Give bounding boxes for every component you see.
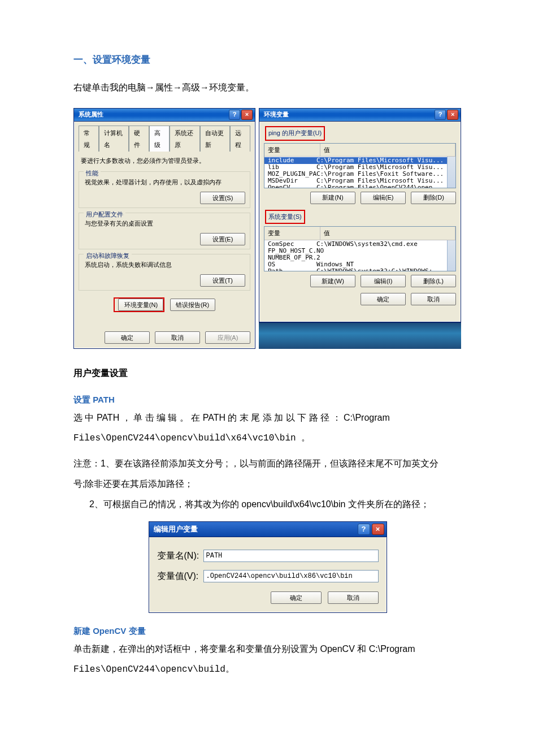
close-icon[interactable]: × [447,110,458,120]
tab-system-restore[interactable]: 系统还原 [170,126,200,152]
heading-env: 一、设置环境变量 [73,51,461,69]
note-line1b: 号;除非还要在其后添加路径； [73,476,461,493]
error-report-button[interactable]: 错误报告(R) [170,299,215,311]
col-name[interactable]: 变量 [264,144,320,157]
editvar-ok-button[interactable]: 确定 [271,591,322,604]
sys-vars-label: 系统变量(S) [265,210,305,224]
desktop-wallpaper [259,322,461,349]
col-value[interactable]: 值 [320,144,455,157]
scrollbar[interactable] [447,240,455,271]
tab-hardware[interactable]: 硬件 [129,126,149,152]
input-var-value[interactable] [203,570,379,582]
perf-settings-button[interactable]: 设置(S) [200,192,245,204]
tabstrip: 常规 计算机名 硬件 高级 系统还原 自动更新 远程 [79,125,250,152]
tab-remote[interactable]: 远程 [230,126,250,152]
sys-delete-button[interactable]: 删除(L) [411,275,456,287]
user-edit-button[interactable]: 编辑(E) [361,192,406,204]
legend-performance: 性能 [84,167,101,179]
heading-user-vars: 用户变量设置 [73,365,461,382]
set-path-line1: 选 中 PATH ， 单 击 编 辑 。 在 PATH 的 末 尾 添 加 以 … [73,409,461,426]
editvar-cancel-button[interactable]: 取消 [328,591,379,604]
group-user-profile: 用户配置文件 与您登录有关的桌面设置 设置(E) [79,213,250,249]
label-var-name: 变量名(N): [157,547,203,564]
table-row: includeC:\Program Files\Microsoft Visu..… [264,157,447,164]
intro-text: 右键单击我的电脑→属性→高级→环境变量。 [73,79,461,96]
input-var-name[interactable] [203,550,379,562]
user-vars-list[interactable]: 变量 值 includeC:\Program Files\Microsoft V… [264,143,456,188]
scrollbar[interactable] [447,157,455,188]
label-var-value: 变量值(V): [157,568,203,585]
table-row: NUMBER_OF_PR...2 [264,254,447,261]
document-page: 一、设置环境变量 右键单击我的电脑→属性→高级→环境变量。 系统属性 ? × 常… [0,0,534,715]
new-opencv-line1: 单击新建，在弹出的对话框中，将变量名和变量值分别设置为 OpenCV 和 C:\… [73,641,461,658]
legend-user-profile: 用户配置文件 [84,209,125,221]
window-env-variables: 环境变量 ? × ping 的用户变量(U) 变量 值 [259,108,461,322]
col-name[interactable]: 变量 [264,227,320,240]
help-icon[interactable]: ? [435,110,446,120]
legend-startup: 启动和故障恢复 [84,250,132,262]
table-row: OSWindows_NT [264,261,447,268]
table-row: libC:\Program Files\Microsoft Visu... [264,164,447,171]
group-performance: 性能 视觉效果，处理器计划，内存使用，以及虚拟内存 设置(S) [79,171,250,208]
sysprop-ok-button[interactable]: 确定 [105,331,150,344]
tab-general[interactable]: 常规 [79,126,99,152]
new-opencv-line2: Files\OpenCV244\opencv\build。 [73,661,461,678]
startup-settings-button[interactable]: 设置(T) [200,274,245,287]
env-cancel-button[interactable]: 取消 [411,293,456,305]
heading-set-path: 设置 PATH [73,392,461,408]
title-sysprop: 系统属性 [79,109,103,120]
edit-variable-dialog: 编辑用户变量 ? × 变量名(N): 变量值(V): 确定 取消 [149,521,386,613]
close-icon[interactable]: × [241,110,253,120]
group-startup-recovery: 启动和故障恢复 系统启动，系统失败和调试信息 设置(T) [79,254,250,291]
close-icon[interactable]: × [372,524,384,535]
note-line2: 2、可根据自己的情况，将其改为你的 opencv\build\x64\vc10\… [89,496,461,513]
help-icon[interactable]: ? [229,110,240,120]
tab-advanced[interactable]: 高级 [149,126,170,152]
table-row: OpenCVC:\Program Files\OpenCV244\open... [264,184,447,188]
sysprop-cancel-button[interactable]: 取消 [155,331,200,344]
table-row: FP_NO_HOST_C...NO [264,248,447,254]
window-system-properties: 系统属性 ? × 常规 计算机名 硬件 高级 系统还原 自动更新 远程 要进行大… [73,108,255,349]
heading-new-opencv: 新建 OpenCV 变量 [73,623,461,640]
env-window-wrap: 环境变量 ? × ping 的用户变量(U) 变量 值 [259,108,461,349]
user-new-button[interactable]: 新建(N) [310,192,355,204]
title-editvar: 编辑用户变量 [154,522,198,537]
profile-settings-button[interactable]: 设置(E) [200,233,245,245]
sys-new-button[interactable]: 新建(W) [310,275,355,287]
user-vars-label: ping 的用户变量(U) [265,126,325,141]
tab-auto-update[interactable]: 自动更新 [200,126,231,152]
table-row: ComSpecC:\WINDOWS\system32\cmd.exe [264,241,447,248]
table-row: MOZ_PLUGIN_PATHC:\Program Files\Foxit So… [264,171,447,178]
table-row: PathC:\WINDOWS\system32;C:\WINDOWS;... [264,268,447,271]
screenshot-composite: 系统属性 ? × 常规 计算机名 硬件 高级 系统还原 自动更新 远程 要进行大… [73,108,461,349]
col-value[interactable]: 值 [320,227,455,240]
table-row: MSDevDirC:\Program Files\Microsoft Visu.… [264,178,447,184]
env-ok-button[interactable]: 确定 [361,293,406,305]
set-path-line2: Files\OpenCV244\opencv\build\x64\vc10\bi… [73,430,461,447]
help-icon[interactable]: ? [358,524,370,535]
perf-text: 视觉效果，处理器计划，内存使用，以及虚拟内存 [85,176,245,188]
titlebar-sysprop[interactable]: 系统属性 ? × [74,109,255,122]
sys-edit-button[interactable]: 编辑(I) [361,275,406,287]
titlebar-editvar[interactable]: 编辑用户变量 ? × [149,522,387,537]
sys-vars-list[interactable]: 变量 值 ComSpecC:\WINDOWS\system32\cmd.exe … [264,226,456,271]
env-variables-button[interactable]: 环境变量(N) [118,299,163,311]
sysprop-apply-button[interactable]: 应用(A) [205,331,250,344]
note-line1a: 注意：1、要在该路径前添加英文分号 ; ，以与前面的路径隔开，但该路径末尾不可加… [73,455,461,472]
titlebar-env[interactable]: 环境变量 ? × [259,109,461,122]
user-delete-button[interactable]: 删除(D) [411,192,456,204]
title-env: 环境变量 [264,109,289,120]
admin-warning: 要进行大多数改动，您必须作为管理员登录。 [81,155,248,167]
tab-computer-name[interactable]: 计算机名 [99,126,129,152]
